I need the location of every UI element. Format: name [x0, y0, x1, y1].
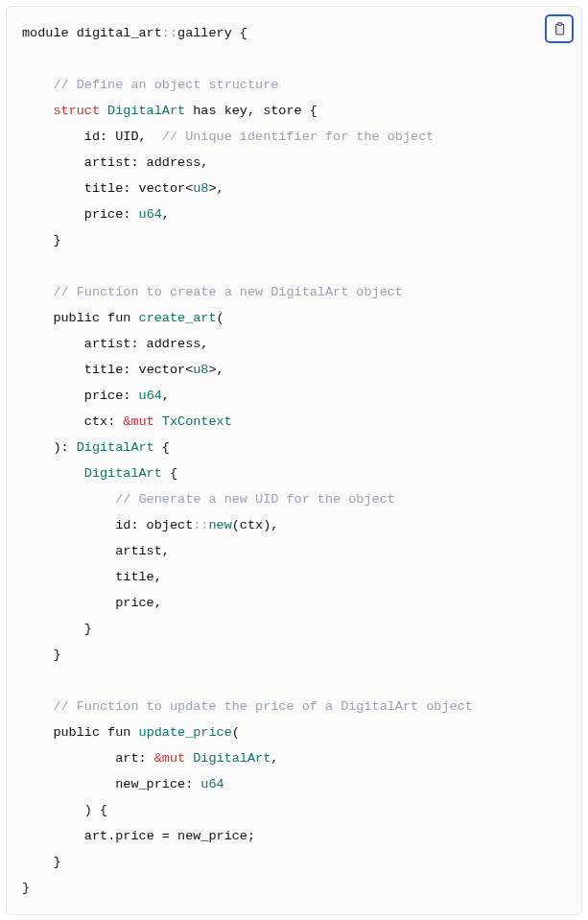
code-block: module digital_art::gallery { // Define …	[6, 6, 582, 915]
svg-rect-1	[558, 23, 562, 26]
svg-rect-0	[556, 24, 564, 35]
copy-button[interactable]	[545, 14, 574, 43]
clipboard-icon	[552, 21, 567, 36]
code-content: module digital_art::gallery { // Define …	[22, 20, 566, 901]
